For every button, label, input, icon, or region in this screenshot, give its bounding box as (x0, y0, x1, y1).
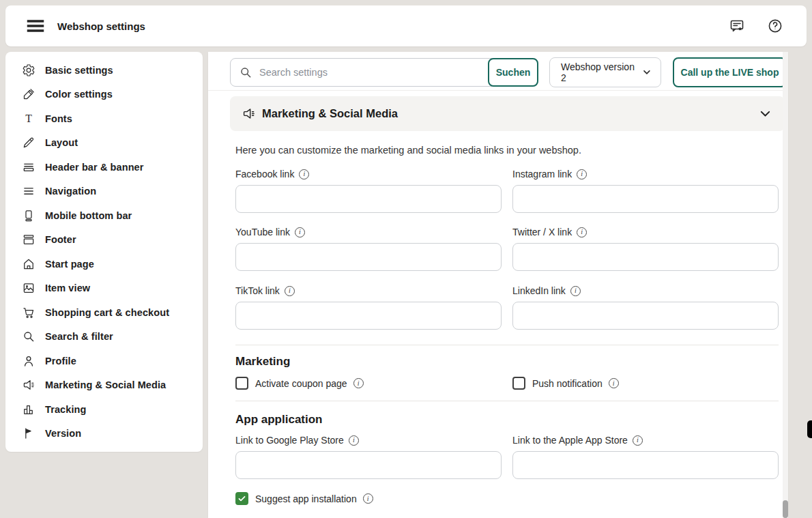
home-icon (22, 257, 35, 271)
instagram-link-input[interactable] (512, 185, 779, 213)
scrollbar-track[interactable] (783, 52, 788, 518)
sidebar-item-basic-settings[interactable]: Basic settings (5, 58, 203, 83)
sidebar-item-shopping-cart-checkout[interactable]: Shopping cart & checkout (5, 300, 203, 325)
linkedin-link-field: LinkedIn linki (512, 285, 779, 330)
field-label: Facebook link (235, 169, 294, 179)
sidebar-item-label: Basic settings (45, 65, 113, 76)
divider (235, 401, 779, 401)
field-label: Twitter / X link (512, 227, 572, 238)
checkbox-label: Push notification (532, 378, 603, 389)
sidebar-item-start-page[interactable]: Start page (5, 252, 203, 276)
suggest-app-installation-option: Suggest app installation i (235, 492, 502, 505)
field-label: YouTube link (235, 227, 290, 238)
sidebar-item-label: Shopping cart & checkout (45, 307, 169, 318)
suggest-app-row: Suggest app installation i (235, 492, 779, 505)
field-label: Link to Google Play Store (235, 435, 344, 446)
help-icon[interactable] (767, 18, 783, 34)
sidebar-item-footer[interactable]: Footer (5, 228, 203, 253)
scrollbar-thumb[interactable] (783, 500, 788, 518)
info-icon[interactable]: i (570, 286, 581, 296)
sidebar-item-navigation[interactable]: Navigation (5, 179, 203, 204)
push-notification-option: Push notification i (512, 377, 779, 390)
app-application-heading: App application (235, 413, 323, 427)
color-pen-icon (22, 87, 35, 101)
sidebar-item-label: Navigation (45, 186, 96, 197)
info-icon[interactable]: i (285, 286, 295, 296)
field-label: Instagram link (512, 169, 572, 179)
section-title: Marketing & Social Media (262, 107, 398, 120)
social-links-row-1: Facebook linki Instagram linki (235, 168, 779, 213)
apple-app-store-link-input[interactable] (512, 451, 779, 479)
hamburger-menu-icon[interactable] (26, 16, 45, 35)
marketing-checkbox-row: Activate coupon page i Push notification… (235, 377, 779, 390)
info-icon[interactable]: i (363, 493, 373, 504)
sidebar-item-fonts[interactable]: T Fonts (5, 106, 203, 131)
sidebar-item-label: Fonts (45, 113, 72, 124)
linkedin-link-input[interactable] (512, 302, 779, 330)
chevron-down-icon[interactable] (758, 106, 772, 121)
feedback-review-icon[interactable] (729, 18, 745, 34)
field-label: TikTok link (235, 285, 280, 296)
info-icon[interactable]: i (633, 435, 643, 446)
menu-lines-icon (22, 184, 35, 198)
info-icon[interactable]: i (299, 169, 309, 179)
footer-icon (22, 233, 35, 246)
sidebar-item-marketing-social-media[interactable]: Marketing & Social Media (5, 373, 203, 398)
marketing-social-media-section-header[interactable]: Marketing & Social Media (230, 96, 785, 131)
webshop-version-selected-value: Webshop version 2 (561, 61, 641, 83)
top-header-bar: Webshop settings (5, 5, 807, 46)
push-notification-checkbox[interactable] (512, 377, 525, 390)
social-links-row-2: YouTube linki Twitter / X linki (235, 226, 779, 271)
mouse-cursor (807, 420, 812, 438)
sidebar-item-search-filter[interactable]: Search & filter (5, 325, 203, 349)
sidebar-item-profile[interactable]: Profile (5, 349, 203, 373)
sidebar-item-label: Marketing & Social Media (45, 379, 166, 390)
field-label: LinkedIn link (512, 285, 566, 296)
call-up-live-shop-button[interactable]: Call up the LIVE shop (673, 57, 787, 87)
sidebar-item-label: Header bar & banner (45, 162, 144, 173)
info-icon[interactable]: i (609, 378, 619, 388)
sidebar-item-label: Search & filter (45, 331, 113, 342)
info-icon[interactable]: i (577, 169, 587, 179)
sidebar-item-tracking[interactable]: Tracking (5, 397, 203, 422)
sidebar-item-label: Layout (45, 137, 78, 148)
webshop-version-select[interactable]: Webshop version 2 (549, 57, 661, 87)
page-title: Webshop settings (57, 20, 145, 32)
instagram-link-field: Instagram linki (512, 168, 779, 213)
section-description: Here you can customize the marketing and… (235, 145, 727, 156)
sidebar-item-label: Tracking (45, 404, 86, 415)
sidebar-item-color-settings[interactable]: Color settings (5, 83, 203, 107)
sidebar-item-layout[interactable]: Layout (5, 131, 203, 156)
megaphone-icon (242, 106, 256, 121)
google-play-store-link-input[interactable] (235, 451, 502, 479)
tiktok-link-field: TikTok linki (235, 285, 502, 330)
pen-icon (22, 136, 35, 149)
search-submit-button[interactable]: Suchen (488, 58, 538, 87)
tiktok-link-input[interactable] (235, 302, 502, 330)
sidebar-item-label: Version (45, 428, 81, 439)
checkbox-label: Activate coupon page (255, 378, 347, 389)
info-icon[interactable]: i (349, 435, 359, 446)
activate-coupon-page-checkbox[interactable] (235, 377, 248, 390)
sidebar-item-label: Footer (45, 234, 76, 245)
info-icon[interactable]: i (353, 378, 364, 388)
info-icon[interactable]: i (577, 227, 587, 238)
sidebar-item-label: Color settings (45, 89, 113, 100)
svg-text:T: T (25, 113, 32, 124)
megaphone-icon (22, 378, 35, 392)
sidebar-item-item-view[interactable]: Item view (5, 276, 203, 301)
suggest-app-installation-checkbox[interactable] (235, 492, 248, 505)
search-control: Suchen (230, 58, 538, 87)
image-icon (22, 281, 35, 295)
twitter-x-link-input[interactable] (512, 243, 779, 271)
sidebar-item-label: Start page (45, 259, 94, 270)
letter-t-icon: T (22, 112, 35, 126)
facebook-link-input[interactable] (235, 185, 502, 213)
chevron-down-icon (641, 67, 652, 78)
sidebar-item-header-bar-banner[interactable]: Header bar & banner (5, 155, 203, 179)
sidebar-item-mobile-bottom-bar[interactable]: Mobile bottom bar (5, 203, 203, 228)
youtube-link-input[interactable] (235, 243, 502, 271)
activate-coupon-page-option: Activate coupon page i (235, 377, 502, 390)
sidebar-item-version[interactable]: Version (5, 422, 203, 446)
info-icon[interactable]: i (295, 227, 305, 238)
